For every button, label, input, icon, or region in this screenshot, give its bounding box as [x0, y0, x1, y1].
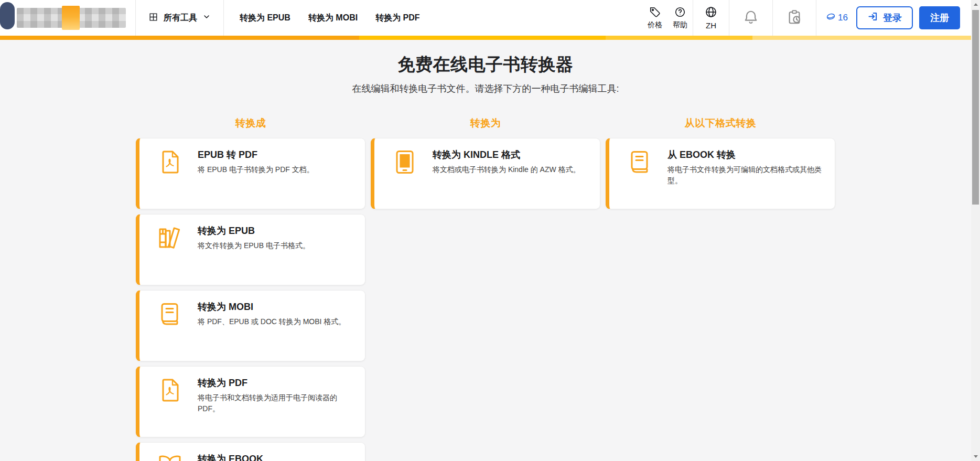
- card-description: 将文件转换为 EPUB 电子书格式。: [198, 240, 310, 251]
- tool-card[interactable]: EPUB 转 PDF 将 EPUB 电子书转换为 PDF 文档。: [136, 138, 365, 209]
- card-description: 将文档或电子书转换为 Kindle 的 AZW 格式。: [433, 164, 580, 175]
- page-title: 免费在线电子书转换器: [0, 40, 971, 77]
- bell-icon: [743, 9, 759, 27]
- primary-nav: 转换为 EPUB 转换为 MOBI 转换为 PDF: [240, 13, 420, 24]
- card-title: 转换为 EBOOK: [198, 453, 347, 461]
- tool-card[interactable]: 转换为 KINDLE 格式 将文档或电子书转换为 Kindle 的 AZW 格式…: [371, 138, 600, 209]
- all-tools-menu-button[interactable]: 所有工具: [148, 0, 211, 36]
- nav-link-convert-to-mobi[interactable]: 转换为 MOBI: [308, 13, 358, 24]
- logo-mark: [0, 2, 15, 29]
- main-content: 免费在线电子书转换器 在线编辑和转换电子书文件。请选择下方的一种电子书编辑工具:…: [0, 40, 971, 461]
- accent-segment: [752, 36, 980, 40]
- scroll-down-arrow-icon: [974, 455, 978, 458]
- divider: [135, 0, 136, 36]
- divider: [223, 0, 224, 36]
- card-texts: 转换为 MOBI 将 PDF、EPUB 或 DOC 转换为 MOBI 格式。: [198, 301, 349, 327]
- card-description: 将电子书文件转换为可编辑的文档格式或其他类型。: [667, 164, 823, 186]
- login-label: 登录: [883, 12, 902, 24]
- tool-column: 转换成 EPUB 转 PDF 将 EPUB 电子书转换为 PDF 文档。 转换为…: [136, 116, 365, 461]
- nav-link-convert-to-pdf[interactable]: 转换为 PDF: [375, 13, 419, 24]
- help-button[interactable]: 帮助: [667, 0, 693, 36]
- card-texts: 从 EBOOK 转换 将电子书文件转换为可编辑的文档格式或其他类型。: [667, 148, 826, 186]
- card-description: 将 PDF、EPUB 或 DOC 转换为 MOBI 格式。: [198, 316, 346, 327]
- column-header: 转换为: [371, 116, 600, 130]
- bookshelf-icon: [157, 226, 182, 251]
- card-description: 将电子书和文档转换为适用于电子阅读器的 PDF。: [198, 392, 353, 414]
- tool-card[interactable]: 转换为 PDF 将电子书和文档转换为适用于电子阅读器的 PDF。: [136, 366, 365, 437]
- credits-count: 16: [838, 13, 848, 23]
- vertical-scrollbar[interactable]: [971, 0, 980, 461]
- tool-column: 转换为 转换为 KINDLE 格式 将文档或电子书转换为 Kindle 的 AZ…: [371, 116, 600, 461]
- notifications-button[interactable]: [729, 0, 772, 36]
- nav-link-convert-to-epub[interactable]: 转换为 EPUB: [240, 13, 290, 24]
- scrollbar-thumb[interactable]: [972, 10, 979, 205]
- tool-card[interactable]: 从 EBOOK 转换 将电子书文件转换为可编辑的文档格式或其他类型。: [606, 138, 835, 209]
- card-title: 从 EBOOK 转换: [667, 148, 823, 161]
- credits-balance[interactable]: 16: [816, 12, 856, 24]
- task-history-button[interactable]: [773, 0, 816, 36]
- card-list: 从 EBOOK 转换 将电子书文件转换为可编辑的文档格式或其他类型。: [606, 138, 835, 209]
- card-title: 转换为 EPUB: [198, 224, 310, 237]
- card-list: 转换为 KINDLE 格式 将文档或电子书转换为 Kindle 的 AZW 格式…: [371, 138, 600, 209]
- navbar-right: 价格 帮助 ZH: [642, 0, 960, 36]
- tool-columns: 转换成 EPUB 转 PDF 将 EPUB 电子书转换为 PDF 文档。 转换为…: [0, 116, 971, 461]
- price-tag-icon: [649, 6, 661, 19]
- language-switcher[interactable]: ZH: [693, 0, 729, 36]
- card-title: 转换为 MOBI: [198, 301, 346, 313]
- card-texts: 转换为 EPUB 将文件转换为 EPUB 电子书格式。: [198, 224, 313, 251]
- card-title: EPUB 转 PDF: [198, 148, 314, 161]
- site-logo[interactable]: [7, 0, 135, 36]
- logo-redacted-mosaic: [17, 8, 126, 28]
- scrollbar-up-button[interactable]: [971, 0, 980, 9]
- scroll-up-arrow-icon: [974, 3, 978, 6]
- card-texts: 转换为 EBOOK 将文档或图像转换为 EPUB、MOBI 或 AZW。: [198, 453, 350, 461]
- tool-card[interactable]: 转换为 EBOOK 将文档或图像转换为 EPUB、MOBI 或 AZW。: [136, 442, 365, 461]
- pricing-label: 价格: [648, 20, 662, 30]
- column-header: 从以下格式转换: [606, 116, 835, 130]
- logo-orange-block: [62, 6, 80, 30]
- brand-accent-bar: [0, 36, 980, 40]
- chevron-down-icon: [202, 13, 211, 23]
- grid-icon: [148, 12, 158, 24]
- clipboard-clock-icon: [787, 9, 802, 27]
- globe-icon: [705, 6, 717, 20]
- tool-column: 从以下格式转换 从 EBOOK 转换 将电子书文件转换为可编辑的文档格式或其他类…: [606, 116, 835, 461]
- login-button[interactable]: 登录: [856, 6, 913, 29]
- book-icon: [157, 302, 182, 327]
- pdf-file-icon: [157, 149, 182, 175]
- question-circle-icon: [674, 6, 686, 19]
- tool-card[interactable]: 转换为 MOBI 将 PDF、EPUB 或 DOC 转换为 MOBI 格式。: [136, 290, 365, 361]
- accent-segment: [606, 36, 752, 40]
- tablet-icon: [392, 149, 417, 175]
- card-title: 转换为 PDF: [198, 377, 353, 389]
- card-texts: 转换为 KINDLE 格式 将文档或电子书转换为 Kindle 的 AZW 格式…: [433, 148, 584, 175]
- tool-card[interactable]: 转换为 EPUB 将文件转换为 EPUB 电子书格式。: [136, 214, 365, 285]
- all-tools-label: 所有工具: [164, 13, 197, 24]
- accent-segment: [0, 36, 359, 40]
- card-description: 将 EPUB 电子书转换为 PDF 文档。: [198, 164, 314, 175]
- book-icon: [627, 149, 652, 175]
- card-texts: 转换为 PDF 将电子书和文档转换为适用于电子阅读器的 PDF。: [198, 377, 357, 414]
- coin-icon: [826, 12, 836, 24]
- language-code: ZH: [706, 21, 716, 30]
- login-arrow-icon: [867, 11, 878, 25]
- column-header: 转换成: [136, 116, 365, 130]
- card-list: EPUB 转 PDF 将 EPUB 电子书转换为 PDF 文档。 转换为 EPU…: [136, 138, 365, 461]
- pdf-file-icon: [157, 378, 182, 403]
- register-button[interactable]: 注册: [919, 6, 960, 29]
- page-subtitle: 在线编辑和转换电子书文件。请选择下方的一种电子书编辑工具:: [0, 82, 971, 95]
- help-label: 帮助: [673, 20, 687, 30]
- card-texts: EPUB 转 PDF 将 EPUB 电子书转换为 PDF 文档。: [198, 148, 317, 175]
- card-title: 转换为 KINDLE 格式: [433, 148, 580, 161]
- pricing-button[interactable]: 价格: [642, 0, 667, 36]
- navbar: 所有工具 转换为 EPUB 转换为 MOBI 转换为 PDF 价格 帮助: [0, 0, 980, 36]
- open-book-icon: [157, 454, 182, 461]
- accent-segment: [359, 36, 606, 40]
